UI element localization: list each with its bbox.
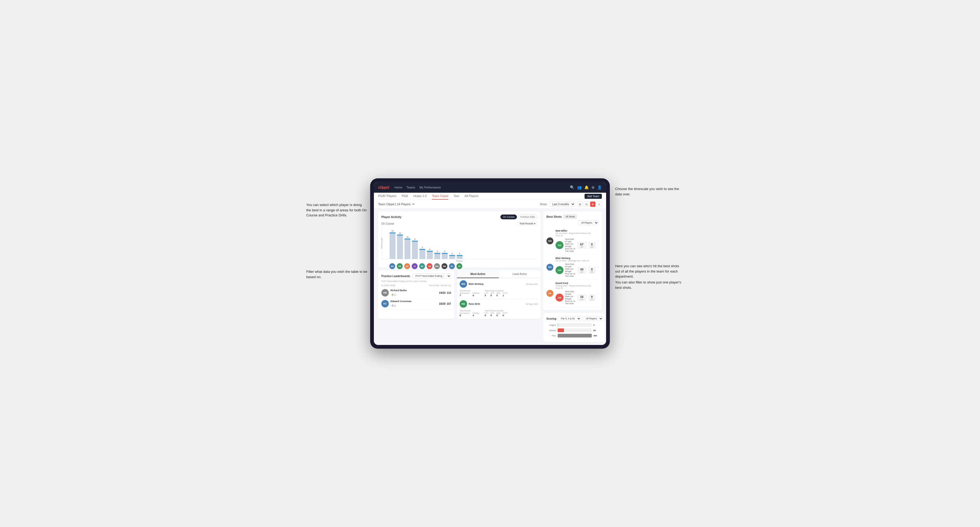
bell-icon[interactable]: 🔔 [584, 185, 589, 189]
bar-group-8: 2 [449, 252, 455, 259]
shot-item-3[interactable]: DF David Ford 24 Aug 2023 · Royal North … [546, 280, 599, 307]
best-shots-controls: Best Shots All Shots All Players [546, 214, 599, 225]
lb-score-2: 18/20 [439, 302, 445, 305]
shot-meta-2: 23 Jul 2023 · Ashridge GC, Hole 15 [555, 259, 596, 262]
chart-avatar-4: EE [419, 263, 425, 269]
lb-badge-2: 🥈 2 [390, 305, 396, 307]
scoring-bar-fill-1 [558, 329, 564, 332]
toggle-on-course[interactable]: On Course [500, 214, 517, 219]
chart-avatar-1: RB [397, 263, 402, 269]
lb-avgsq-2: 107 [447, 302, 451, 305]
lb-name-2: Edward Crossman [390, 300, 412, 303]
shot-item-1[interactable]: MM Matt Miller 09 Jun 2023 · Royal North… [546, 227, 599, 255]
main-content: Player Activity On Course Practice Drill… [374, 209, 606, 345]
total-rounds-label-2: Total Rounds [460, 310, 479, 312]
shot-detail-2: 200 Shot Dist: 43 yds Start Lie: Rough E… [555, 263, 596, 277]
active-player-1: BM Blair McHarg 26 Aug 2023 Total Rounds [460, 280, 538, 297]
bottom-left-row: Practice Leaderboards PUTT Must Make Put… [378, 270, 541, 319]
tab-hcaps[interactable]: Hcaps 1-5 [413, 194, 426, 200]
chart-avatars: BMRBDFJCEEGBRBuMMECLR [381, 263, 538, 269]
shot-avatar-1: MM [546, 237, 554, 244]
active-content: BM Blair McHarg 26 Aug 2023 Total Rounds [457, 278, 541, 319]
chart-inner: Total Rounds 1312109543322 [381, 227, 538, 259]
shot-zero-2: 0 yds [588, 267, 596, 274]
tab-pgat-players[interactable]: PGAT Players [378, 194, 396, 200]
chart-avatar-6: RBu [434, 263, 440, 269]
chart-avatar-8: EC [449, 263, 455, 269]
shot-item-2[interactable]: BM Blair McHarg 23 Jul 2023 · Ashridge G… [546, 255, 599, 280]
players-dropdown[interactable]: All Players [578, 221, 599, 225]
chart-avatar-3: JC [412, 263, 418, 269]
scoring-title: Scoring [546, 317, 556, 320]
bar-group-7: 3 [442, 251, 448, 259]
nav-home[interactable]: Home [395, 186, 402, 189]
total-rounds-label: Total Rounds [460, 290, 479, 292]
tab-all-players[interactable]: All Players [465, 194, 479, 200]
scoring-bars: Eagles3Birdies96Pars499 [546, 323, 601, 338]
shot-desc-3: Shot Dist: 16 yds Start Lie: Rough End L… [565, 290, 576, 305]
view-heart[interactable]: ♥ [590, 202, 595, 207]
people-icon[interactable]: 👥 [577, 185, 582, 189]
scoring-par-dropdown[interactable]: Par 3, 4 & 5s [558, 316, 581, 321]
bar-group-2: 10 [404, 236, 410, 259]
total-rounds-dropdown[interactable]: Total Rounds ▾ [517, 221, 538, 226]
tab-least-active[interactable]: Least Active [499, 270, 541, 278]
leaderboard-row: RB Richard Butler 🥇 1 19/20 110 [381, 287, 451, 298]
lb-avatar-2: EC [381, 300, 389, 307]
all-shots-btn[interactable]: All Shots [563, 215, 577, 219]
view-grid-small[interactable]: ⊟ [584, 202, 589, 207]
nav-items: Home Teams My Performance [395, 186, 565, 189]
leaderboard-col-headers: PLAYER NAME PB SCORE PB AVG SQ [381, 284, 451, 286]
shot-player-name-2: Blair McHarg [555, 257, 596, 259]
annotation-bottomleft: Filter what data you wish the table to b… [306, 269, 368, 279]
player-activity-header: Player Activity On Course Practice Drill… [381, 214, 538, 219]
view-grid-large[interactable]: ⊞ [578, 202, 583, 207]
tournament-label: Tournament [460, 292, 469, 294]
show-dropdown[interactable]: Last 3 months Last 6 months Last year [549, 202, 575, 207]
bar-group-6: 3 [434, 251, 440, 259]
chart-avatar-2: DF [404, 263, 410, 269]
practice-leaderboards-card: Practice Leaderboards PUTT Must Make Put… [378, 270, 454, 319]
shot-info-1: Matt Miller 09 Jun 2023 · Royal North De… [555, 229, 596, 252]
shot-player-name-3: David Ford [555, 282, 596, 284]
toggle-practice-drills[interactable]: Practice Drills [518, 214, 538, 219]
scoring-bar-value-1: 96 [593, 329, 601, 332]
nav-teams[interactable]: Teams [407, 186, 415, 189]
on-course-label: On Course [381, 222, 394, 225]
view-list[interactable]: ≡ [597, 202, 602, 207]
shot-badge-2: 200 [555, 266, 563, 274]
scoring-players-dropdown[interactable]: All Players [583, 316, 603, 321]
top-nav: clippd Home Teams My Performance 🔍 👥 🔔 ⊕… [374, 182, 606, 193]
shot-dist-3: 16 yds [577, 294, 587, 301]
search-icon[interactable]: 🔍 [570, 185, 574, 189]
scoring-card: Scoring Par 3, 4 & 5s All Players Eagles… [543, 313, 605, 342]
scoring-bar-label-1: Birdies [546, 329, 556, 332]
edit-icon[interactable]: ✏ [412, 203, 415, 206]
chart-avatar-9: LR [457, 263, 462, 269]
active-player-2: RB Rees Britt 02 Sep 2023 Total Rounds [460, 300, 538, 317]
scoring-bar-label-2: Pars [546, 335, 556, 337]
active-stats-1: Total Rounds Tournament 7 [460, 290, 538, 297]
scoring-bar-label-0: Eagles [546, 324, 556, 326]
account-icon[interactable]: 👤 [597, 185, 602, 189]
practice-dropdown[interactable]: PUTT Must Make Putting ... [412, 274, 451, 278]
lb-avgsq-1: 110 [447, 291, 451, 294]
nav-my-performance[interactable]: My Performance [419, 186, 441, 189]
shot-detail-1: 200 Shot Dist: 67 yds Start Lie: Rough E… [555, 238, 596, 252]
shot-avatar-2: BM [546, 264, 554, 271]
total-practice-label-2: Total Practice Activities [485, 310, 508, 312]
lb-score-1: 19/20 [439, 291, 445, 294]
chart-avatar-0: BM [389, 263, 395, 269]
tab-most-active[interactable]: Most Active [457, 270, 499, 278]
add-team-button[interactable]: Add Team [584, 194, 602, 199]
chart-avatar-7: MM [442, 263, 447, 269]
shot-player-name-1: Matt Miller [555, 229, 596, 232]
practice-title: Practice Leaderboards [381, 275, 410, 278]
tab-tour[interactable]: Tour [453, 194, 459, 200]
shot-badge-3: 198 [555, 294, 563, 302]
tab-team-clippd[interactable]: Team Clippd [432, 194, 448, 200]
scoring-bar-fill-2 [558, 334, 592, 338]
tab-pga[interactable]: PGA [402, 194, 408, 200]
add-circle-icon[interactable]: ⊕ [592, 185, 595, 189]
practice-val-1: 6 [473, 294, 479, 297]
